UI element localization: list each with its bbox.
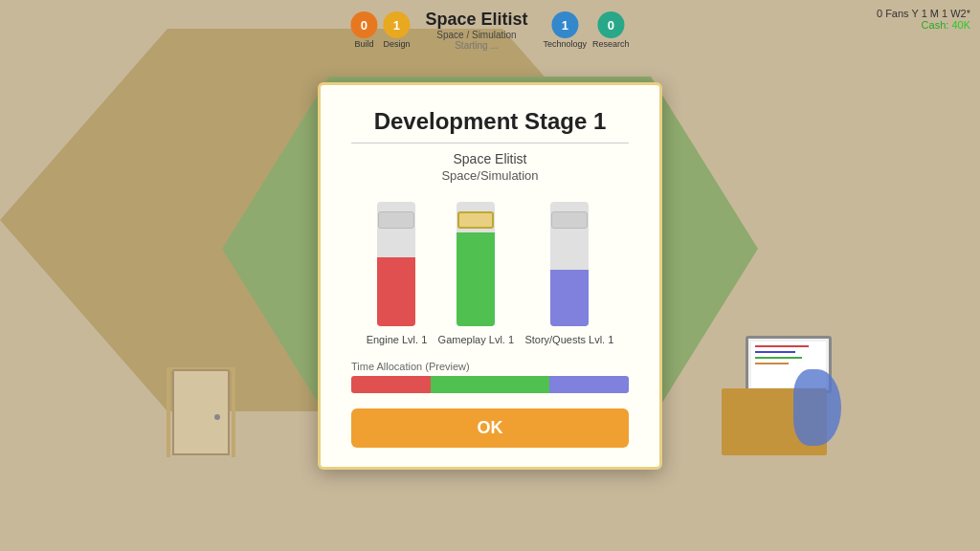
gameplay-slider-item: Gameplay Lvl. 1 [438,202,514,345]
time-alloc-bar [351,376,629,393]
modal-genre: Space/Simulation [351,168,629,183]
story-slider-handle[interactable] [551,211,588,229]
modal-title: Development Stage 1 [351,108,629,135]
gameplay-slider-label: Gameplay Lvl. 1 [438,334,514,345]
time-allocation-section: Time Allocation (Preview) [351,361,629,393]
story-slider-label: Story/Quests Lvl. 1 [524,334,613,345]
engine-slider-item: Engine Lvl. 1 [367,202,428,345]
story-slider-fill [550,270,589,326]
gameplay-slider-fill [457,232,495,326]
sliders-container: Engine Lvl. 1 Gameplay Lvl. 1 Story/Ques… [351,202,629,345]
time-alloc-label: Time Allocation (Preview) [351,361,629,372]
development-stage-modal: Development Stage 1 Space Elitist Space/… [318,82,662,470]
engine-slider-handle[interactable] [378,211,414,229]
engine-slider-label: Engine Lvl. 1 [367,334,428,345]
engine-slider-track[interactable] [377,202,415,326]
story-slider-track[interactable] [550,202,589,326]
time-bar-blue [549,376,629,393]
engine-slider-fill [377,257,415,326]
ok-button[interactable]: OK [351,408,629,448]
modal-divider [351,143,629,143]
story-slider-item: Story/Quests Lvl. 1 [524,202,613,345]
modal-game-name: Space Elitist [351,151,629,166]
gameplay-slider-handle[interactable] [457,211,494,229]
modal-overlay: Development Stage 1 Space Elitist Space/… [0,0,980,551]
time-bar-red [351,376,431,393]
time-bar-green [431,376,549,393]
gameplay-slider-track[interactable] [457,202,495,326]
